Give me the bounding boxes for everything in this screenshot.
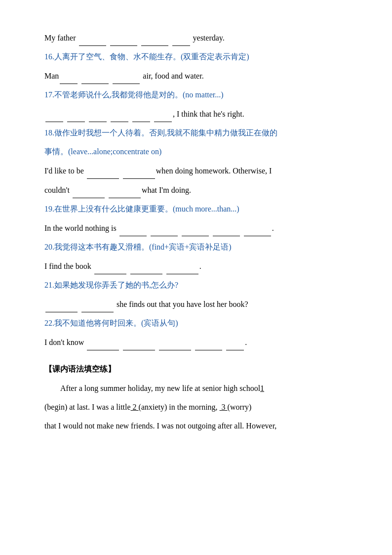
item-16-chinese: 16.人离开了空气、食物、水不能生存。(双重否定表示肯定)	[44, 49, 353, 65]
blank-20-3	[166, 258, 198, 274]
item-19-chinese: 19.在世界上没有什么比健康更重要。(much more...than...)	[44, 201, 353, 217]
blank-17-4	[111, 106, 128, 122]
blank-18-1	[87, 163, 119, 179]
sentence-18b: couldn't what I'm doing.	[44, 182, 353, 198]
page-content: My father yesterday. 16.人离开了空气、食物、水不能生存。…	[44, 30, 353, 434]
blank-21-2	[81, 296, 114, 312]
blank-20-2	[130, 258, 162, 274]
blank-18-2	[123, 163, 155, 179]
blank-num-3: 3	[220, 403, 228, 411]
blank-17-5	[132, 106, 150, 122]
blank-20-1	[94, 258, 126, 274]
blank-19-4	[213, 220, 240, 236]
blank-num-1: 1	[260, 384, 264, 392]
item-21-chinese: 21.如果她发现你弄丢了她的书,怎么办?	[44, 277, 353, 293]
blank-17-2	[67, 106, 85, 122]
blank-17-6	[154, 106, 172, 122]
blank-man-1	[60, 68, 78, 84]
blank-19-1	[119, 220, 147, 236]
sentence-man: Man air, food and water.	[44, 68, 353, 84]
blank-1	[79, 30, 106, 46]
blank-19-2	[151, 220, 178, 236]
grammar-section: 【课内语法填空练】 After a long summer holiday, m…	[44, 362, 353, 434]
blank-22-4	[195, 334, 222, 350]
blank-18-3	[73, 182, 105, 198]
blank-man-3	[113, 68, 140, 84]
item-18-chinese-2: 事情。(leave...alone;concentrate on)	[44, 144, 353, 160]
blank-22-1	[87, 334, 119, 350]
sentence-father: My father yesterday.	[44, 30, 353, 46]
sentence-19: In the world nothing is .	[44, 220, 353, 236]
item-17-chinese: 17.不管老师说什么,我都觉得他是对的。(no matter...)	[44, 87, 353, 103]
sentence-18a: I'd like to be when doing homework. Othe…	[44, 163, 353, 179]
blank-17-1	[45, 106, 63, 122]
blank-19-3	[182, 220, 209, 236]
item-20-chinese: 20.我觉得这本书有趣又滑稽。(find+宾语+宾语补足语)	[44, 239, 353, 255]
blank-19-5	[244, 220, 271, 236]
blank-22-2	[123, 334, 155, 350]
blank-4	[172, 30, 190, 46]
sentence-21: she finds out that you have lost her boo…	[44, 296, 353, 312]
blank-2	[110, 30, 137, 46]
blank-18-4	[109, 182, 141, 198]
para-3: that I would not make new friends. I was…	[44, 418, 353, 434]
blank-17-3	[89, 106, 107, 122]
item-22-chinese: 22.我不知道他将何时回来。(宾语从句)	[44, 315, 353, 331]
blank-21-1	[45, 296, 78, 312]
section-header: 【课内语法填空练】	[44, 362, 353, 377]
sentence-17: , I think that he's right.	[44, 106, 353, 122]
sentence-20: I find the book .	[44, 258, 353, 274]
blank-num-2: 2	[131, 403, 139, 411]
blank-3	[141, 30, 168, 46]
para-1: After a long summer holiday, my new life…	[44, 381, 353, 396]
blank-man-2	[81, 68, 109, 84]
blank-22-3	[159, 334, 191, 350]
sentence-22: I don't know .	[44, 334, 353, 350]
item-18-chinese-1: 18.做作业时我想一个人待着。否则,我就不能集中精力做我正在做的	[44, 125, 353, 141]
para-2: (begin) at last. I was a little 2 (anxie…	[44, 399, 353, 415]
blank-22-5	[226, 334, 244, 350]
